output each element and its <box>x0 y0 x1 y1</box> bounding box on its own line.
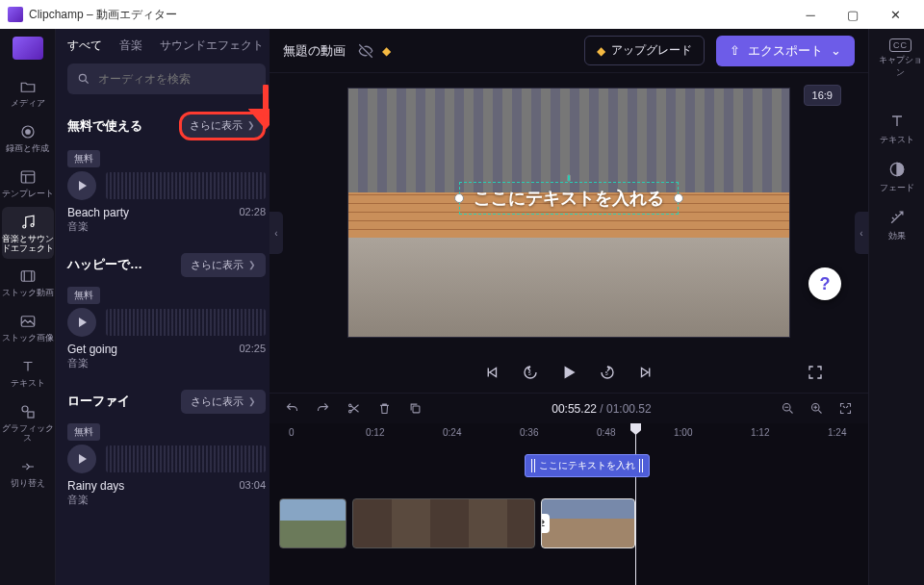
nav-graphics[interactable]: グラフィックス <box>2 396 54 449</box>
upload-icon: ⇧ <box>730 43 740 58</box>
duplicate-button[interactable] <box>406 400 424 418</box>
clip-grip-icon[interactable] <box>531 459 535 472</box>
video-clip[interactable]: ⇄ <box>541 498 635 548</box>
rewind-5-button[interactable]: 5 <box>520 362 541 383</box>
caption-button[interactable]: CC キャプション <box>877 38 924 79</box>
redo-button[interactable] <box>314 400 331 418</box>
delete-button[interactable] <box>375 400 393 418</box>
ruler-tick: 0 <box>289 427 295 438</box>
forward-5-button[interactable]: 5 <box>597 362 618 383</box>
diamond-icon: ◆ <box>382 44 391 58</box>
prop-label: フェード <box>880 182 914 194</box>
window-minimize-button[interactable]: ─ <box>789 0 832 29</box>
title-bar: Clipchamp – 動画エディター ─ ▢ ✕ <box>0 0 924 29</box>
audio-track[interactable]: 無料 Beach party 音楽 02:28 <box>67 148 266 234</box>
nav-text[interactable]: テキスト <box>2 351 54 394</box>
svg-point-7 <box>22 406 28 412</box>
nav-record[interactable]: 録画と作成 <box>2 116 54 160</box>
music-note-icon <box>18 213 38 232</box>
nav-transition[interactable]: 切り替え <box>2 451 54 495</box>
free-badge: 無料 <box>67 423 100 441</box>
text-clip[interactable]: ここにテキストを入れ <box>525 454 650 477</box>
tab-sfx[interactable]: サウンドエフェクト <box>160 38 264 54</box>
resize-handle-left[interactable] <box>454 193 464 203</box>
undo-button[interactable] <box>283 400 300 418</box>
tab-all[interactable]: すべて <box>67 38 102 54</box>
video-clip[interactable] <box>279 498 346 548</box>
play-button[interactable] <box>67 308 96 337</box>
prop-fade[interactable]: フェード <box>880 160 914 194</box>
record-icon <box>18 122 38 141</box>
image-icon <box>18 312 38 331</box>
nav-media[interactable]: メディア <box>2 71 54 114</box>
nav-stock-image[interactable]: ストック画像 <box>2 306 54 349</box>
transition-handle-button[interactable]: ⇄ <box>541 514 550 533</box>
cc-icon: CC <box>889 38 911 52</box>
text-overlay[interactable]: ここにテキストを入れる <box>459 182 679 215</box>
nav-label: テンプレート <box>2 190 54 199</box>
zoom-in-button[interactable] <box>808 400 826 418</box>
search-input[interactable] <box>98 72 256 86</box>
svg-rect-14 <box>413 406 420 413</box>
clip-grip-icon[interactable] <box>639 459 643 472</box>
window-close-button[interactable]: ✕ <box>874 0 916 29</box>
play-button[interactable] <box>67 445 96 473</box>
nav-label: ストック画像 <box>2 334 54 343</box>
chevron-right-icon: ❯ <box>247 120 255 130</box>
audio-track[interactable]: 無料 Get going 音楽 02:25 <box>67 285 266 370</box>
prop-text[interactable]: テキスト <box>880 112 914 146</box>
audio-track[interactable]: 無料 Rainy days 音楽 03:04 <box>67 421 266 507</box>
prop-effects[interactable]: 効果 <box>887 208 907 242</box>
svg-point-3 <box>22 225 25 228</box>
fullscreen-button[interactable] <box>805 362 826 383</box>
playhead[interactable] <box>635 423 636 585</box>
play-button[interactable] <box>67 171 96 200</box>
nav-music[interactable]: 音楽とサウンドエフェクト <box>2 207 54 260</box>
video-clip[interactable] <box>352 498 535 548</box>
split-button[interactable] <box>345 400 362 418</box>
svg-rect-5 <box>21 271 35 282</box>
main-area: 無題の動画 ◆ ◆ アップグレード ⇧ エクスポート ⌄ ‹ ‹ 16:9 <box>270 29 868 585</box>
search-input-wrap[interactable] <box>67 64 266 94</box>
track-duration: 03:04 <box>239 479 266 507</box>
section-title: ローファイ <box>67 393 130 410</box>
more-button[interactable]: さらに表示 ❯ <box>181 253 266 277</box>
nav-template[interactable]: テンプレート <box>2 162 54 205</box>
play-button[interactable] <box>558 362 579 383</box>
more-button[interactable]: さらに表示 ❯ <box>181 390 266 414</box>
side-nav: メディア 録画と作成 テンプレート 音楽とサウンドエフェクト ストック動画 スト… <box>0 29 56 585</box>
resize-handle-top[interactable] <box>567 174 571 182</box>
zoom-fit-button[interactable] <box>837 400 855 418</box>
timeline-toolbar: 00:55.22 / 01:00.52 <box>270 393 868 423</box>
export-button[interactable]: ⇧ エクスポート ⌄ <box>716 36 855 66</box>
more-button-highlighted[interactable]: さらに表示 ❯ <box>179 112 266 140</box>
template-icon <box>18 167 38 187</box>
nav-label: グラフィックス <box>2 424 54 444</box>
window-maximize-button[interactable]: ▢ <box>832 0 874 29</box>
text-clip-label: ここにテキストを入れ <box>539 459 635 472</box>
skip-start-button[interactable] <box>481 362 502 383</box>
waveform-icon <box>106 445 266 472</box>
help-button[interactable]: ? <box>808 267 841 300</box>
transport-controls: 5 5 <box>270 352 868 393</box>
video-canvas[interactable]: ここにテキストを入れる <box>347 88 790 338</box>
nav-stock-video[interactable]: ストック動画 <box>2 261 54 304</box>
timeline-ruler[interactable]: 0 0:12 0:24 0:36 0:48 1:00 1:12 1:24 <box>279 423 868 445</box>
document-title[interactable]: 無題の動画 <box>283 42 346 60</box>
timeline[interactable]: 0 0:12 0:24 0:36 0:48 1:00 1:12 1:24 ここに… <box>270 423 868 585</box>
text-lane[interactable]: ここにテキストを入れ <box>279 450 868 487</box>
skip-end-button[interactable] <box>635 362 656 383</box>
video-lane[interactable]: ⇄ <box>279 493 868 548</box>
text-overlay-content: ここにテキストを入れる <box>474 189 664 208</box>
more-label: さらに表示 <box>191 258 244 272</box>
chevron-right-icon: ❯ <box>248 260 256 269</box>
zoom-out-button[interactable] <box>780 400 797 418</box>
window-title: Clipchamp – 動画エディター <box>29 7 177 23</box>
svg-rect-2 <box>21 171 35 183</box>
hide-icon[interactable] <box>357 42 374 60</box>
brand-icon <box>13 37 43 60</box>
aspect-ratio-chip[interactable]: 16:9 <box>804 85 841 106</box>
upgrade-button[interactable]: ◆ アップグレード <box>584 36 705 65</box>
tab-music[interactable]: 音楽 <box>119 38 142 54</box>
resize-handle-right[interactable] <box>674 193 683 203</box>
